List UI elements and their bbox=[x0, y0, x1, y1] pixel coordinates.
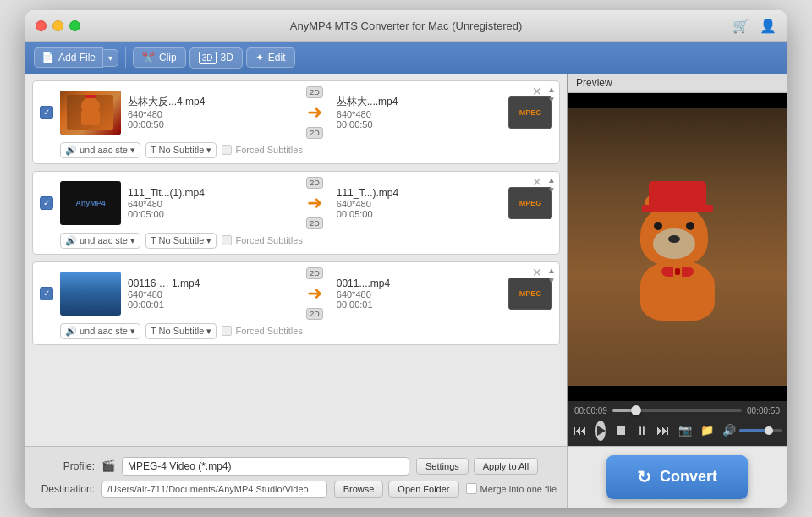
file-name-output: 0011....mp4 bbox=[337, 278, 502, 289]
subtitle-text-icon: T bbox=[151, 326, 156, 336]
subtitle-text-icon: T bbox=[151, 235, 156, 245]
audio-value: und aac ste bbox=[80, 326, 128, 336]
3d-button[interactable]: 3D 3D bbox=[189, 47, 243, 69]
edit-button[interactable]: ✦ Edit bbox=[246, 47, 295, 68]
file-resolution-output: 640*480 bbox=[337, 199, 502, 209]
file-item: ✕ ▲ ▼ ✓ AnyMP4 111_Tit...(1).mp4 640*480 bbox=[32, 171, 560, 255]
subtitle-dropdown[interactable]: T No Subtitle ▾ bbox=[145, 142, 217, 158]
file-list: ✕ ▲ ▼ ✓ bbox=[25, 74, 567, 446]
file-item-options-row: 🔊 und aac ste ▾ T No Subtitle ▾ Forced S… bbox=[60, 323, 552, 339]
speaker-icon: 🔊 bbox=[722, 424, 736, 437]
audio-icon: 🔊 bbox=[65, 145, 77, 156]
add-file-dropdown-button[interactable]: ▾ bbox=[103, 49, 118, 67]
file-info-input: 00116 … 1.mp4 640*480 00:00:01 bbox=[128, 278, 293, 310]
scroll-down-button[interactable]: ▼ bbox=[547, 185, 556, 195]
preview-title: Preview bbox=[568, 74, 787, 93]
convert-button[interactable]: ↻ Convert bbox=[606, 455, 748, 499]
pause-button[interactable]: ⏸ bbox=[636, 424, 648, 437]
file-duration-output: 00:05:00 bbox=[337, 209, 502, 219]
stop-button[interactable]: ⏹ bbox=[614, 423, 628, 438]
destination-input[interactable] bbox=[102, 481, 327, 498]
input-badge: 2D bbox=[306, 177, 323, 189]
snapshot-button[interactable]: 📷 bbox=[678, 424, 692, 437]
bottom-bar: Profile: 🎬 MPEG-4 Video (*.mp4) Settings… bbox=[25, 446, 787, 508]
title-bar: AnyMP4 MTS Converter for Mac (Unregister… bbox=[25, 10, 787, 42]
convert-label: Convert bbox=[660, 468, 717, 486]
scroll-up-button[interactable]: ▲ bbox=[547, 266, 556, 276]
file-item: ✕ ▲ ▼ ✓ bbox=[32, 80, 560, 164]
destination-row: Destination: Browse Open Folder Merge in… bbox=[36, 481, 557, 498]
volume-track[interactable] bbox=[739, 429, 782, 432]
title-actions: 🛒 👤 bbox=[732, 18, 776, 34]
scroll-buttons: ▲ ▼ bbox=[547, 175, 556, 195]
remove-file-button[interactable]: ✕ bbox=[532, 85, 542, 98]
file-item: ✕ ▲ ▼ ✓ 00116 … 1.mp4 640*480 00:00:01 bbox=[32, 261, 560, 345]
clip-button[interactable]: ✂️ Clip bbox=[133, 47, 186, 68]
play-button[interactable] bbox=[595, 421, 606, 441]
output-badge: 2D bbox=[306, 127, 323, 139]
profile-row: Profile: 🎬 MPEG-4 Video (*.mp4) Settings… bbox=[36, 457, 557, 476]
forced-subtitles-label: Forced Subtitles bbox=[235, 145, 302, 155]
3d-icon: 3D bbox=[199, 52, 217, 64]
user-icon[interactable]: 👤 bbox=[760, 18, 776, 34]
conversion-arrow: 2D ➜ 2D bbox=[299, 86, 330, 139]
settings-button[interactable]: Settings bbox=[416, 458, 469, 475]
remove-file-button[interactable]: ✕ bbox=[532, 175, 542, 189]
audio-track-dropdown[interactable]: 🔊 und aac ste ▾ bbox=[60, 233, 140, 249]
file-resolution-input: 640*480 bbox=[128, 109, 293, 119]
audio-icon: 🔊 bbox=[65, 326, 77, 337]
arrow-icon: ➜ bbox=[307, 283, 322, 305]
merge-label: Merge into one file bbox=[480, 484, 557, 494]
forced-subtitles-label: Forced Subtitles bbox=[235, 235, 302, 245]
progress-track[interactable] bbox=[612, 409, 742, 412]
file-thumbnail: AnyMP4 bbox=[60, 181, 121, 225]
bottom-left-panel: Profile: 🎬 MPEG-4 Video (*.mp4) Settings… bbox=[25, 450, 567, 504]
browse-button[interactable]: Browse bbox=[334, 481, 384, 498]
subtitle-dropdown-icon: ▾ bbox=[206, 235, 211, 246]
profile-icon: 🎬 bbox=[102, 459, 115, 472]
profile-select[interactable]: MPEG-4 Video (*.mp4) bbox=[122, 457, 409, 476]
remove-file-button[interactable]: ✕ bbox=[532, 266, 542, 279]
audio-track-dropdown[interactable]: 🔊 und aac ste ▾ bbox=[60, 323, 140, 339]
skip-back-button[interactable]: ⏮ bbox=[573, 423, 587, 438]
dest-label: Destination: bbox=[36, 483, 95, 495]
open-folder-button[interactable]: Open Folder bbox=[388, 481, 458, 498]
format-badge: MPEG bbox=[508, 96, 552, 129]
file-name-input: 00116 … 1.mp4 bbox=[128, 278, 293, 289]
apply-all-button[interactable]: Apply to All bbox=[474, 458, 538, 475]
preview-panel: Preview bbox=[567, 74, 787, 446]
volume-area: 🔊 bbox=[722, 424, 782, 437]
audio-dropdown-icon: ▾ bbox=[130, 235, 135, 246]
audio-dropdown-icon: ▾ bbox=[130, 145, 135, 156]
scroll-buttons: ▲ ▼ bbox=[547, 85, 556, 105]
forced-subtitles-checkbox[interactable] bbox=[222, 145, 232, 155]
audio-icon: 🔊 bbox=[65, 235, 77, 246]
minimize-button[interactable] bbox=[52, 20, 63, 31]
file-info-output: 111_T...).mp4 640*480 00:05:00 bbox=[337, 187, 502, 219]
file-item-options-row: 🔊 und aac ste ▾ T No Subtitle ▾ Forced S… bbox=[60, 142, 552, 158]
clip-icon: ✂️ bbox=[142, 52, 155, 63]
scroll-down-button[interactable]: ▼ bbox=[547, 276, 556, 286]
file-checkbox[interactable]: ✓ bbox=[40, 287, 53, 300]
maximize-button[interactable] bbox=[69, 20, 80, 31]
scroll-down-button[interactable]: ▼ bbox=[547, 95, 556, 105]
scroll-up-button[interactable]: ▲ bbox=[547, 85, 556, 95]
subtitle-dropdown-icon: ▾ bbox=[206, 326, 211, 337]
forced-subtitles-checkbox[interactable] bbox=[222, 326, 232, 336]
empty-drop-area bbox=[32, 352, 560, 439]
add-file-button[interactable]: 📄 Add File bbox=[34, 47, 103, 68]
file-duration-output: 00:00:50 bbox=[337, 119, 502, 129]
file-checkbox[interactable]: ✓ bbox=[40, 196, 53, 210]
merge-checkbox[interactable] bbox=[466, 483, 477, 494]
skip-forward-button[interactable]: ⏭ bbox=[656, 423, 670, 438]
subtitle-dropdown[interactable]: T No Subtitle ▾ bbox=[145, 323, 217, 339]
audio-track-dropdown[interactable]: 🔊 und aac ste ▾ bbox=[60, 142, 140, 158]
file-checkbox[interactable]: ✓ bbox=[40, 106, 53, 119]
forced-subtitles-checkbox[interactable] bbox=[222, 235, 232, 245]
cart-icon[interactable]: 🛒 bbox=[732, 18, 749, 34]
close-button[interactable] bbox=[36, 20, 47, 31]
folder-button[interactable]: 📁 bbox=[700, 424, 714, 437]
scroll-up-button[interactable]: ▲ bbox=[547, 175, 556, 185]
file-name-input: 丛林大反...4.mp4 bbox=[128, 95, 293, 109]
subtitle-dropdown[interactable]: T No Subtitle ▾ bbox=[145, 233, 217, 249]
